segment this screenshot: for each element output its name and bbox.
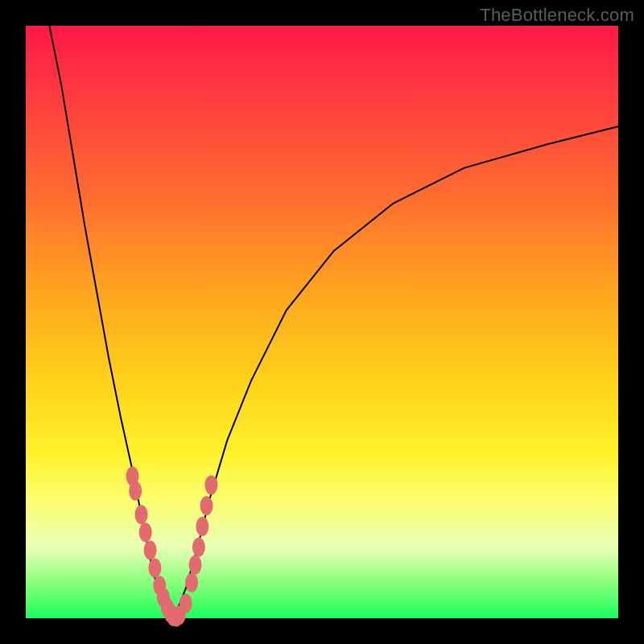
bead [148, 558, 161, 577]
watermark-text: TheBottleneck.com [480, 5, 634, 26]
bead [200, 496, 213, 515]
bead [192, 538, 205, 557]
curves-svg [26, 26, 618, 618]
bead [204, 475, 217, 494]
bead [144, 540, 157, 559]
bead [129, 481, 142, 501]
bead [196, 517, 208, 536]
chart-frame: TheBottleneck.com [0, 0, 644, 644]
bead [189, 555, 202, 575]
bead [135, 505, 148, 524]
right-curve [174, 126, 618, 618]
left-curve [49, 26, 174, 618]
bead-cluster [126, 466, 218, 626]
plot-area [26, 26, 618, 618]
bead [180, 594, 192, 613]
bead [185, 573, 198, 592]
bead [139, 522, 152, 542]
